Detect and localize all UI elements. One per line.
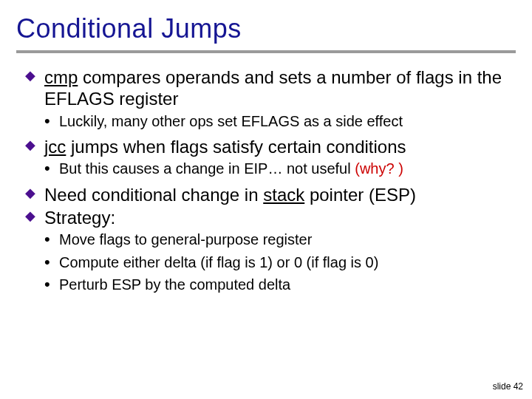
keyword-cmp: cmp xyxy=(44,67,78,87)
sub-bullet: Luckily, many other ops set EFLAGS as a … xyxy=(27,112,516,130)
sub-bullet: Move flags to general-purpose register xyxy=(27,231,516,248)
title-rule xyxy=(16,50,516,53)
bullet-group-4: Strategy: Move flags to general-purpose … xyxy=(27,207,516,293)
bullet-jcc: jcc jumps when flags satisfy certain con… xyxy=(27,136,516,157)
sub-bullet: Compute either delta (if flag is 1) or 0… xyxy=(27,253,516,271)
text: But this causes a change in EIP… not use… xyxy=(59,160,355,177)
bullet-group-1: cmp compares operands and sets a number … xyxy=(27,66,516,130)
sub-bullet: Perturb ESP by the computed delta xyxy=(27,276,516,293)
bullet-cmp: cmp compares operands and sets a number … xyxy=(27,66,516,110)
bullet-stack: Need conditional change in stack pointer… xyxy=(27,184,516,205)
text: jumps when flags satisfy certain conditi… xyxy=(66,137,406,157)
keyword-stack: stack xyxy=(263,185,304,205)
text: compares operands and sets a number of f… xyxy=(44,67,502,109)
bullet-group-2: jcc jumps when flags satisfy certain con… xyxy=(27,136,516,178)
slide-title: Conditional Jumps xyxy=(16,13,516,44)
sub-bullet: But this causes a change in EIP… not use… xyxy=(27,160,516,177)
slide-body: cmp compares operands and sets a number … xyxy=(16,66,516,293)
text: pointer (ESP) xyxy=(304,185,416,205)
why-question: (why? ) xyxy=(355,160,403,177)
bullet-strategy: Strategy: xyxy=(27,207,516,228)
text: Need conditional change in xyxy=(44,185,263,205)
keyword-jcc: jcc xyxy=(44,137,66,157)
slide-number: slide 42 xyxy=(493,381,523,392)
slide: Conditional Jumps cmp compares operands … xyxy=(0,0,532,399)
